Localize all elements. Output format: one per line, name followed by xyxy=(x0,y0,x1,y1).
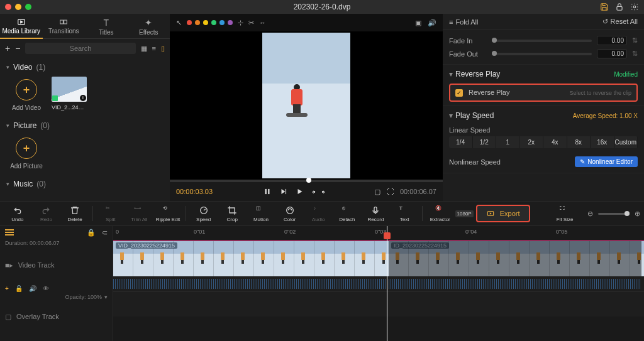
lock-all-icon[interactable]: 🔒 xyxy=(87,229,96,237)
export-button[interactable]: Export xyxy=(476,205,530,222)
tool-icon-2[interactable]: ✂ xyxy=(248,19,254,27)
play-to-button[interactable] xyxy=(279,187,288,196)
fade-in-value[interactable] xyxy=(597,36,627,45)
speed-2x[interactable]: 2x xyxy=(520,136,544,148)
undo-button[interactable]: Undo xyxy=(4,205,31,222)
speed-1-4[interactable]: 1/4 xyxy=(449,136,473,148)
ripple-edit-button[interactable]: ⟲Ripple Edit xyxy=(154,205,182,222)
overlay-track-row[interactable] xyxy=(113,291,644,317)
opacity-label[interactable]: Opacity: 100% ▾ xyxy=(0,294,113,304)
fade-out-value[interactable] xyxy=(597,49,627,58)
settings-icon[interactable] xyxy=(630,3,639,11)
playhead[interactable] xyxy=(387,226,387,341)
volume-icon[interactable]: 🔊 xyxy=(428,19,436,27)
remove-icon[interactable]: − xyxy=(15,43,20,53)
timeline-ruler[interactable]: 0 0"01 0"02 0"03 0"04 0"05 xyxy=(113,226,644,241)
search-input[interactable] xyxy=(25,43,135,54)
add-track-icon[interactable]: + xyxy=(5,285,9,292)
play-button[interactable] xyxy=(296,187,304,196)
trimmed-region-overlay xyxy=(389,241,641,276)
tool-icon-3[interactable]: ↔ xyxy=(259,19,266,26)
svg-rect-4 xyxy=(60,20,64,24)
camera-icon[interactable]: ▣ xyxy=(415,19,421,27)
crop-button[interactable]: Crop xyxy=(218,205,246,222)
next-frame-button[interactable]: •› xyxy=(322,188,325,195)
fullscreen-icon[interactable]: ⛶ xyxy=(387,188,394,195)
fade-out-label: Fade Out xyxy=(449,50,487,58)
stepper-icon[interactable]: ⇅ xyxy=(632,50,638,58)
add-icon[interactable]: + xyxy=(5,43,10,53)
audio-track-row[interactable] xyxy=(113,276,644,291)
lock-icon[interactable] xyxy=(615,3,624,11)
speed-4x[interactable]: 4x xyxy=(543,136,567,148)
trim-all-button[interactable]: ⟷Trim All xyxy=(126,205,153,222)
delete-button[interactable]: Delete xyxy=(61,205,89,222)
info-icon[interactable]: i xyxy=(80,95,86,101)
aspect-icon[interactable]: ▢ xyxy=(374,188,380,196)
fade-out-slider[interactable] xyxy=(492,53,592,55)
speed-custom[interactable]: Custom xyxy=(614,136,638,148)
split-button[interactable]: ✂Split xyxy=(97,205,125,222)
section-header-picture[interactable]: ▾ Picture (0) xyxy=(6,119,164,133)
motion-button[interactable]: ◫Motion xyxy=(247,205,275,222)
detach-button[interactable]: ⎋Detach xyxy=(333,205,361,222)
prev-frame-button[interactable]: ‹• xyxy=(312,188,314,195)
tool-icon-1[interactable]: ⊹ xyxy=(238,19,243,27)
save-icon[interactable] xyxy=(600,3,609,11)
tab-transitions[interactable]: Transitions xyxy=(43,14,86,38)
speed-button[interactable]: Speed xyxy=(190,205,218,222)
speed-1-2[interactable]: 1/2 xyxy=(473,136,497,148)
redo-button[interactable]: Redo xyxy=(33,205,60,222)
color-markers[interactable] xyxy=(187,20,233,25)
video-preview[interactable] xyxy=(170,31,443,180)
video-track-row[interactable]: VID_20230225224915 ID_20230225224915 xyxy=(113,241,644,276)
cursor-icon[interactable]: ↖ xyxy=(176,19,182,27)
pause-button[interactable] xyxy=(263,187,272,196)
lock-track-icon[interactable]: 🔓 xyxy=(15,285,23,292)
tab-effects[interactable]: ✦ Effects xyxy=(128,14,170,38)
add-video-button[interactable]: + Add Video xyxy=(9,77,44,111)
preview-scrubber[interactable] xyxy=(170,180,443,182)
scrubber-knob[interactable] xyxy=(306,178,311,183)
speed-8x[interactable]: 8x xyxy=(567,136,591,148)
add-picture-button[interactable]: + Add Picture xyxy=(9,135,44,170)
fit-size-button[interactable]: ⛶Fit Size xyxy=(551,205,579,222)
reverse-play-checkbox[interactable]: ✓ Reverse Play xyxy=(455,89,509,97)
fold-all-button[interactable]: ≡Fold All xyxy=(449,18,479,26)
sort-icon[interactable]: ▯ xyxy=(161,45,165,53)
text-button[interactable]: TText xyxy=(391,205,418,222)
timeline-panel: 🔒 ⊂ Duration: 00:00:06.07 ■▸ Video Track… xyxy=(0,226,644,341)
extractor-button[interactable]: 🔇Extractor xyxy=(426,205,454,222)
speed-1x[interactable]: 1 xyxy=(496,136,520,148)
list-view-icon[interactable]: ≡ xyxy=(152,45,156,52)
reverse-play-highlight: ✓ Reverse Play Select to reverse the cli… xyxy=(449,84,638,102)
section-header-music[interactable]: ▾ Music (0) xyxy=(6,177,164,191)
magnet-icon[interactable]: ⊂ xyxy=(102,229,108,237)
mute-track-icon[interactable]: 🔊 xyxy=(29,285,36,292)
record-button[interactable]: Record xyxy=(362,205,390,222)
audio-waveform-1 xyxy=(113,279,387,289)
media-clip-thumbnail[interactable]: i VID_2...24915 xyxy=(52,77,87,111)
overlay-track-header: ▢ Overlay Track xyxy=(0,304,113,329)
stepper-icon[interactable]: ⇅ xyxy=(632,36,638,45)
nonlinear-editor-button[interactable]: ✎ Nonlinear Editor xyxy=(575,156,638,167)
zoom-in-icon[interactable]: ⊕ xyxy=(635,210,640,218)
audio-button[interactable]: ♪Audio xyxy=(304,205,332,222)
timeline-menu-icon[interactable] xyxy=(5,229,14,235)
tab-media-library[interactable]: Media Library xyxy=(0,14,43,38)
fade-in-slider[interactable] xyxy=(492,40,592,42)
tab-titles[interactable]: T Titles xyxy=(85,14,128,38)
grid-view-icon[interactable]: ▦ xyxy=(141,45,147,53)
color-button[interactable]: Color xyxy=(276,205,304,222)
checkbox-checked-icon: ✓ xyxy=(455,89,463,97)
video-clip-1[interactable]: VID_20230225224915 xyxy=(113,241,387,276)
inspector-panel: ≡Fold All ↺Reset All Fade In ⇅ Fade Out … xyxy=(443,14,644,201)
visibility-icon[interactable]: 👁 xyxy=(43,285,49,292)
timeline-tracks[interactable]: 0 0"01 0"02 0"03 0"04 0"05 VID_202302252… xyxy=(113,226,644,341)
section-header-video[interactable]: ▾ Video (1) xyxy=(6,60,164,74)
zoom-slider[interactable] xyxy=(598,213,630,215)
reset-all-button[interactable]: ↺Reset All xyxy=(602,18,638,26)
library-section-picture: ▾ Picture (0) + Add Picture xyxy=(0,116,170,175)
zoom-out-icon[interactable]: ⊖ xyxy=(587,210,593,218)
speed-16x[interactable]: 16x xyxy=(591,136,614,148)
